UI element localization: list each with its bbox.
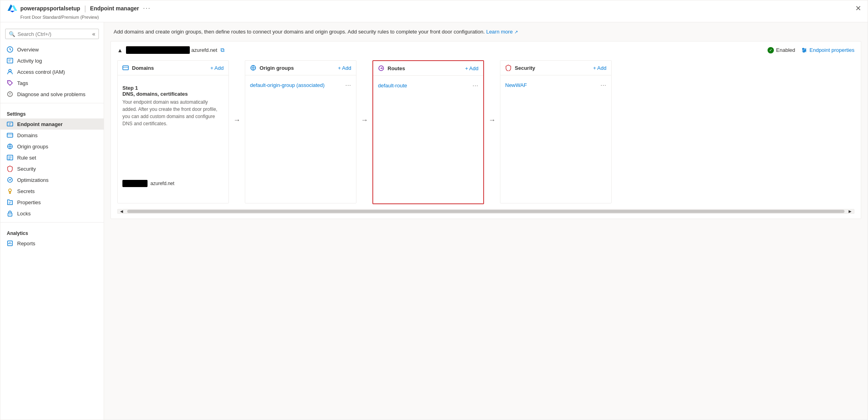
origin-groups-add-button[interactable]: + Add (338, 65, 351, 71)
nav-domains-label: Domains (17, 132, 37, 138)
nav-origin-groups[interactable]: Origin groups (0, 141, 104, 152)
search-box: 🔍 « (5, 29, 99, 39)
nav-optimizations[interactable]: Optimizations (0, 174, 104, 185)
domains-card-title: Domains (132, 65, 207, 71)
svg-marker-1 (12, 5, 17, 11)
origin-groups-card-title: Origin groups (260, 65, 335, 71)
nav-access-control-label: Access control (IAM) (17, 69, 65, 75)
security-link-0[interactable]: NewWAF (505, 82, 600, 88)
scroll-left-button[interactable]: ◄ (118, 209, 126, 214)
endpoint-collapse-button[interactable]: ▲ (117, 47, 123, 53)
nav-rule-set[interactable]: Rule set (0, 152, 104, 163)
origin-groups-card-icon (250, 65, 256, 71)
header-subtitle: Front Door Standard/Premium (Preview) (20, 15, 861, 20)
origin-group-menu-0[interactable]: ··· (345, 82, 351, 88)
close-button[interactable]: ✕ (855, 4, 861, 13)
nav-access-control[interactable]: Access control (IAM) (0, 66, 104, 77)
routes-card-title: Routes (388, 65, 462, 71)
app-container: powerappsportalsetup | Endpoint manager … (0, 0, 868, 420)
nav-diagnose-label: Diagnose and solve problems (17, 91, 85, 97)
status-label: Enabled (776, 47, 795, 53)
analytics-section-header: Analytics (0, 226, 104, 238)
nav-properties-label: Properties (17, 199, 41, 205)
settings-sliders-icon (801, 47, 807, 53)
routes-card: Routes + Add default-route ··· (372, 60, 484, 204)
azure-logo-icon (7, 3, 18, 14)
scroll-right-button[interactable]: ► (846, 209, 854, 214)
nav-locks[interactable]: Locks (0, 208, 104, 219)
security-item-0: NewWAF ··· (505, 80, 606, 90)
nav-domains[interactable]: Domains (0, 130, 104, 141)
scrollbar-track[interactable] (127, 210, 844, 213)
search-input[interactable] (18, 31, 92, 37)
nav-reports[interactable]: Reports (0, 238, 104, 249)
routes-add-button[interactable]: + Add (465, 65, 478, 71)
svg-point-15 (10, 192, 10, 193)
nav-secrets[interactable]: Secrets (0, 185, 104, 197)
main-layout: 🔍 « Overview Activity log (0, 22, 868, 420)
rule-set-icon (7, 154, 13, 161)
svg-marker-2 (10, 11, 15, 12)
nav-overview-label: Overview (17, 47, 39, 53)
svg-rect-22 (123, 66, 128, 70)
learn-more-link[interactable]: Learn more (486, 29, 512, 35)
nav-activity-log[interactable]: Activity log (0, 55, 104, 66)
info-banner: Add domains and create origin groups, th… (110, 29, 861, 35)
domains-card: Domains + Add Step 1 DNS, domains, certi… (117, 60, 229, 203)
endpoint-status: Enabled (768, 47, 795, 53)
diagnose-icon (7, 91, 13, 97)
security-card-icon (505, 65, 512, 71)
settings-divider (0, 103, 104, 103)
security-card-title: Security (515, 65, 590, 71)
nav-endpoint-manager[interactable]: Endpoint manager (0, 118, 104, 130)
routes-card-icon (378, 65, 384, 71)
domains-step-desc: Your endpoint domain was automatically a… (122, 99, 224, 127)
arrow-1: → (229, 116, 245, 124)
status-enabled-dot (768, 47, 774, 53)
optimizations-icon (7, 177, 13, 183)
endpoint-panel: ▲ azurefd.net ⧉ Enabled Endpoint propert… (110, 41, 861, 219)
route-item-0: default-route ··· (378, 81, 478, 90)
origin-groups-card-header: Origin groups + Add (245, 61, 356, 75)
settings-section-header: Settings (0, 106, 104, 118)
cards-container: Domains + Add Step 1 DNS, domains, certi… (117, 60, 854, 204)
endpoint-name-bar (126, 46, 190, 54)
routes-card-body: default-route ··· (373, 76, 483, 203)
nav-properties[interactable]: Properties (0, 197, 104, 208)
nav-activity-log-label: Activity log (17, 58, 42, 64)
origin-group-link-0[interactable]: default-origin-group (associated) (250, 82, 345, 88)
route-menu-0[interactable]: ··· (472, 82, 478, 89)
activity-log-icon (7, 57, 13, 64)
domains-add-button[interactable]: + Add (210, 65, 224, 71)
security-menu-0[interactable]: ··· (600, 82, 606, 88)
svg-rect-9 (7, 133, 13, 137)
endpoint-manager-icon (7, 121, 13, 127)
nav-origin-groups-label: Origin groups (17, 144, 48, 150)
svg-point-6 (9, 82, 10, 83)
security-add-button[interactable]: + Add (593, 65, 606, 71)
security-nav-icon (7, 166, 13, 172)
nav-security-label: Security (17, 166, 36, 172)
nav-diagnose[interactable]: Diagnose and solve problems (0, 89, 104, 100)
domains-footer-area: azurefd.net (122, 127, 224, 187)
endpoint-domain-suffix: azurefd.net (191, 47, 217, 53)
nav-tags-label: Tags (17, 80, 28, 86)
nav-locks-label: Locks (17, 211, 31, 217)
endpoint-properties-button[interactable]: Endpoint properties (801, 47, 854, 53)
route-link-0[interactable]: default-route (378, 83, 472, 89)
svg-rect-4 (7, 58, 13, 63)
collapse-button[interactable]: « (92, 31, 95, 37)
domains-step-title: Step 1 DNS, domains, certificates (122, 85, 224, 97)
nav-overview[interactable]: Overview (0, 44, 104, 55)
nav-tags[interactable]: Tags (0, 77, 104, 89)
endpoint-properties-label: Endpoint properties (809, 47, 854, 53)
copy-icon[interactable]: ⧉ (220, 47, 224, 53)
security-card-body: NewWAF ··· (500, 75, 611, 203)
nav-optimizations-label: Optimizations (17, 177, 49, 183)
header-more-button[interactable]: ··· (143, 5, 151, 12)
reports-icon (7, 240, 13, 246)
header-separator: | (84, 4, 86, 13)
properties-icon (7, 199, 13, 205)
nav-security[interactable]: Security (0, 163, 104, 174)
external-link-icon: ↗ (514, 30, 518, 34)
